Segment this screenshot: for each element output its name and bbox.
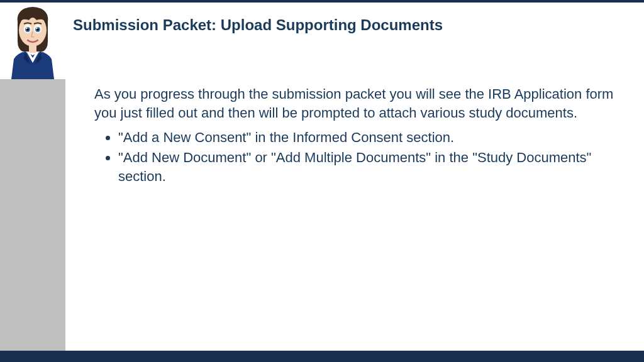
list-item: "Add a New Consent" in the Informed Cons… [118,128,619,147]
sidebar-placeholder [0,79,65,351]
content-body: As you progress through the submission p… [94,85,619,187]
svg-point-7 [26,28,27,29]
intro-paragraph: As you progress through the submission p… [94,85,619,122]
top-border [0,0,644,3]
person-avatar-icon [5,4,60,79]
bottom-border [0,351,644,362]
list-item: "Add New Document" or "Add Multiple Docu… [118,148,619,185]
svg-point-8 [36,28,37,29]
bullet-list: "Add a New Consent" in the Informed Cons… [94,128,619,185]
page-title: Submission Packet: Upload Supporting Doc… [73,16,443,34]
svg-rect-9 [29,45,36,53]
avatar-image [5,4,60,79]
